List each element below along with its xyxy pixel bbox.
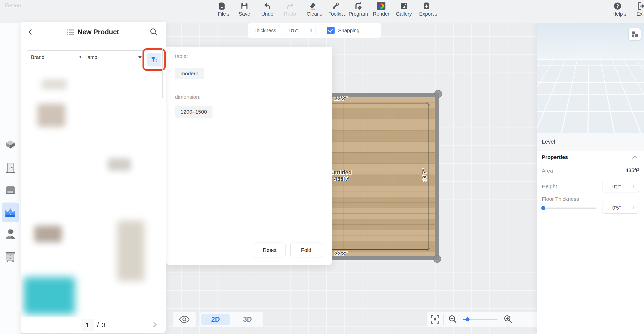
dimension-tick (426, 247, 430, 251)
gallery-icon (400, 2, 408, 10)
blurred-product-tile-teal[interactable] (24, 277, 75, 314)
view-3d-button[interactable]: 3D (234, 316, 261, 323)
export-button[interactable]: Export (415, 2, 438, 17)
panel-title: New Product (78, 28, 119, 36)
dock-item-furniture[interactable] (2, 180, 19, 200)
wall-thickness-bar: Thickness ft (248, 23, 326, 38)
floor-thickness-slider-thumb[interactable] (541, 206, 545, 210)
dock-item-account[interactable] (2, 224, 19, 244)
collapse-properties-button[interactable] (631, 155, 638, 159)
file-button[interactable]: File (210, 2, 233, 17)
zoom-in-button[interactable] (503, 314, 513, 324)
chevron-right-icon (152, 320, 158, 329)
render-button[interactable]: Render (370, 2, 392, 17)
floor-thickness-slider[interactable] (542, 208, 597, 209)
right-panel: Level Properties Area 435ft² Height ft F… (537, 22, 644, 334)
program-button[interactable]: Program (347, 2, 370, 17)
save-icon (240, 2, 249, 10)
gallery-button[interactable]: Gallery (392, 2, 415, 17)
snapping-label: Snapping (338, 28, 360, 34)
search-button[interactable] (150, 28, 158, 36)
pipe-gear-icon (354, 2, 363, 10)
zoom-out-button[interactable] (448, 314, 458, 324)
filter-chip-dimension[interactable]: 1200–1500 (175, 106, 212, 118)
render-camera-icon (377, 2, 385, 10)
blurred-product-image[interactable] (117, 221, 145, 281)
fit-view-button[interactable] (430, 315, 440, 324)
export-icon (422, 2, 431, 10)
floor-thickness-input-box: ft (602, 202, 639, 214)
floor-thickness-label: Floor Thickness (542, 196, 579, 202)
page-current[interactable]: 1 (81, 319, 94, 331)
person-icon (3, 227, 17, 241)
file-icon (218, 2, 226, 10)
filter-chip-table[interactable]: modern (175, 68, 204, 79)
chevron-left-icon (27, 28, 34, 36)
zoom-slider[interactable] (463, 319, 497, 320)
next-page-button[interactable] (152, 320, 158, 329)
dock-item-door[interactable] (2, 158, 19, 178)
visibility-button[interactable] (173, 312, 196, 327)
chevron-down-icon (138, 56, 142, 58)
preview-ground-grid (537, 22, 644, 59)
blurred-product-image[interactable] (37, 104, 65, 127)
brand-dropdown[interactable]: Brand (26, 50, 88, 64)
toolkit-button[interactable]: Toolkit (324, 2, 347, 17)
snapping-bar: Snapping (323, 23, 381, 38)
view-mode-toggle: 2D 3D (200, 312, 263, 327)
blurred-product-text (108, 158, 131, 171)
level-header[interactable]: Level (537, 133, 644, 151)
view-2d-button[interactable]: 2D (201, 314, 230, 325)
crown-icon: V (3, 205, 17, 219)
save-button[interactable]: Save (233, 2, 256, 17)
pagination: 1 / 3 (21, 317, 166, 333)
room-area: 435ft² (329, 176, 354, 182)
room-corner-handle-top[interactable] (434, 90, 442, 98)
product-panel: New Product Brand lamp 1 / 3 (21, 22, 166, 333)
floorplan-toggle-button[interactable] (629, 28, 641, 40)
snapping-checkbox[interactable] (327, 27, 335, 34)
room-corner-handle-bottom[interactable] (433, 255, 441, 263)
panel-header: New Product (21, 22, 166, 42)
search-icon (150, 28, 158, 36)
clear-button[interactable]: Clear (301, 2, 324, 17)
zoom-controls (427, 312, 539, 327)
help-icon: ? (613, 2, 622, 10)
popup-separator (175, 87, 323, 87)
room-height-label: 19'7" (421, 169, 428, 182)
back-button[interactable] (27, 28, 34, 36)
floorplan-icon (631, 31, 638, 38)
undo-button[interactable]: Undo (256, 2, 279, 17)
filter-button[interactable] (147, 53, 161, 66)
help-button[interactable]: ? Help (606, 2, 629, 17)
app-logo: Fusion (4, 3, 21, 9)
preview-3d[interactable] (537, 22, 644, 133)
thickness-unit: ft (309, 28, 312, 33)
thickness-input-box: ft (280, 25, 315, 36)
page-separator: / (97, 321, 99, 329)
blurred-product-text (42, 79, 67, 89)
room-corner-icon (3, 137, 17, 151)
redo-icon (286, 2, 294, 10)
reset-button[interactable]: Reset (254, 243, 285, 257)
fold-button[interactable]: Fold (290, 243, 322, 257)
filter-section-label: dimension: (175, 94, 201, 100)
zoom-slider-thumb[interactable] (466, 317, 470, 321)
dock-item-storage[interactable] (2, 247, 19, 266)
floor-thickness-unit: ft (633, 205, 636, 211)
area-label: Area (542, 168, 553, 174)
category-dropdown[interactable]: lamp (81, 50, 147, 64)
dock-item-build[interactable] (2, 134, 19, 154)
list-icon (67, 29, 74, 36)
exit-button[interactable]: Exit (629, 2, 644, 17)
room-name-label: Untitled 435ft² (329, 169, 354, 182)
dock-item-vip[interactable]: V (2, 203, 19, 222)
height-unit: ft (633, 184, 636, 189)
exit-icon (636, 2, 644, 10)
height-input-box: ft (602, 181, 639, 192)
redo-button[interactable]: Redo (279, 2, 301, 17)
resize-handle-icon[interactable] (538, 124, 543, 130)
panel-scrollbar[interactable] (162, 48, 163, 98)
top-toolbar: Fusion File Save Undo Redo Clear Toolkit (0, 0, 644, 23)
chevron-up-icon (631, 155, 638, 159)
